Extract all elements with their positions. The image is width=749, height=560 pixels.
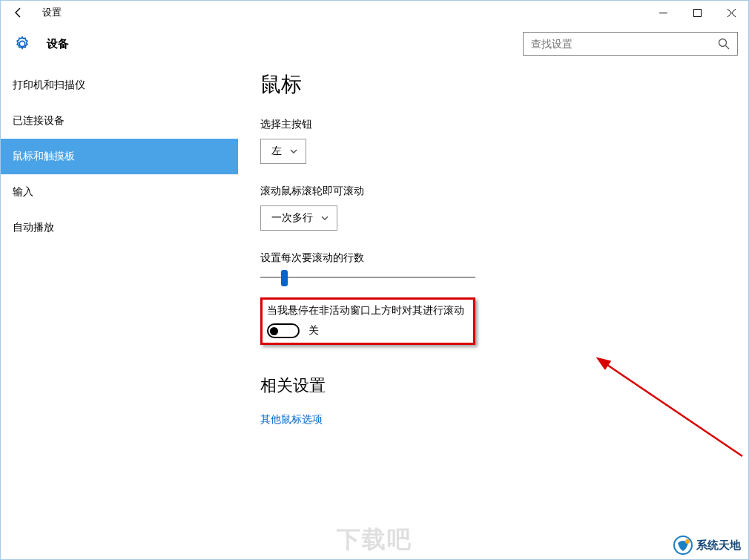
globe-icon [673,536,693,555]
scroll-mode-value: 一次多行 [271,211,313,225]
annotation-highlight: 当我悬停在非活动窗口上方时对其进行滚动 关 [260,297,475,345]
sidebar-item-label: 鼠标和触摸板 [13,150,75,163]
sidebar-item-label: 自动播放 [13,221,54,234]
watermark-center: 下载吧 [337,524,412,556]
scroll-mode-select[interactable]: 一次多行 [260,205,337,231]
maximize-button[interactable] [680,1,714,24]
sidebar-item-printers[interactable]: 打印机和扫描仪 [1,67,238,103]
sidebar-item-label: 打印机和扫描仪 [13,79,85,92]
minimize-button[interactable] [646,1,680,24]
sidebar-item-label: 输入 [13,185,33,199]
sidebar-item-autoplay[interactable]: 自动播放 [1,210,238,246]
watermark-corner: 系统天地 [673,536,741,555]
related-settings-title: 相关设置 [260,375,748,397]
primary-button-label: 选择主按钮 [260,118,748,131]
slider-thumb[interactable] [281,270,288,286]
other-mouse-options-link[interactable]: 其他鼠标选项 [260,413,748,426]
chevron-down-icon [320,214,329,223]
sidebar-item-label: 已连接设备 [13,114,65,128]
scroll-mode-label: 滚动鼠标滚轮即可滚动 [260,185,748,198]
svg-line-5 [726,46,730,50]
primary-button-value: 左 [271,145,282,158]
search-input[interactable] [524,38,718,50]
header-title: 设备 [47,37,69,51]
inactive-hover-toggle[interactable] [267,323,300,338]
watermark-text: 系统天地 [696,538,741,553]
window-title: 设置 [42,6,62,19]
lines-per-scroll-slider[interactable] [260,277,475,278]
primary-button-select[interactable]: 左 [260,139,306,164]
search-box[interactable] [523,32,738,56]
inactive-hover-state: 关 [308,324,319,337]
search-icon [718,38,730,50]
minimize-icon [659,9,667,17]
inactive-hover-label: 当我悬停在非活动窗口上方时对其进行滚动 [267,304,464,317]
toggle-knob [270,327,278,335]
page-title: 鼠标 [260,70,748,99]
svg-point-4 [719,39,727,47]
maximize-icon [693,9,702,17]
sidebar: 打印机和扫描仪 已连接设备 鼠标和触摸板 输入 自动播放 [1,63,238,559]
lines-per-scroll-label: 设置每次要滚动的行数 [260,251,748,265]
svg-point-8 [685,539,690,544]
svg-rect-1 [693,9,701,16]
close-icon [727,9,736,17]
arrow-left-icon [13,7,24,19]
close-button[interactable] [714,1,748,24]
gear-icon [14,36,30,52]
sidebar-item-typing[interactable]: 输入 [1,174,238,210]
sidebar-item-mouse[interactable]: 鼠标和触摸板 [1,139,238,174]
annotation-arrow-icon [594,352,749,464]
sidebar-item-connected[interactable]: 已连接设备 [1,103,238,139]
chevron-down-icon [289,147,298,156]
back-button[interactable] [1,1,36,24]
